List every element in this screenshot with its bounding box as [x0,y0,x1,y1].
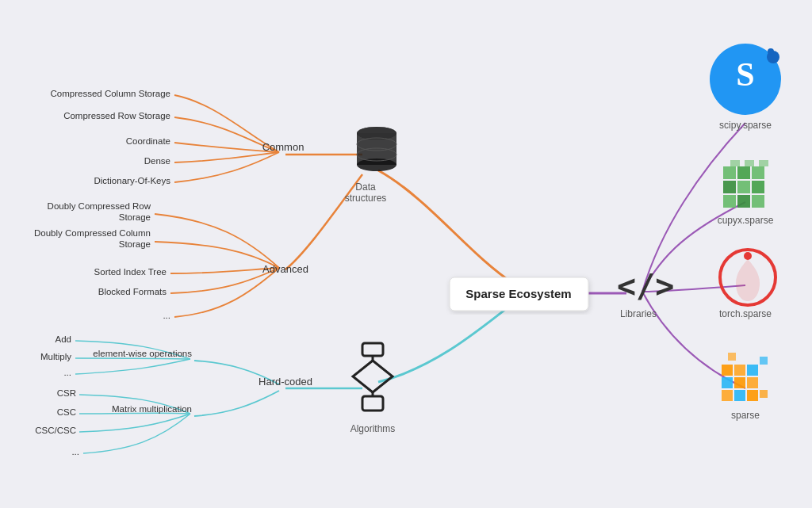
sparse-label: sparse [731,410,760,421]
svg-rect-26 [745,160,754,166]
item-crs: Compressed Row Storage [63,111,170,120]
svg-rect-36 [722,390,733,401]
item-coordinate: Coordinate [126,136,170,146]
svg-rect-37 [734,390,745,401]
svg-rect-31 [734,365,745,376]
item-multiply: Multiply [40,352,71,361]
item-csccsc: CSC/CSC [35,426,76,435]
svg-rect-25 [730,160,740,166]
torch-label: torch.sparse [719,308,772,319]
advanced-hub-label: Advanced [262,263,308,275]
svg-rect-30 [722,365,733,376]
matrix-mult-label: Matrix multiplication [112,404,192,414]
svg-text:</>: </> [617,268,674,304]
svg-rect-22 [723,195,736,208]
svg-rect-24 [752,195,764,208]
svg-rect-35 [747,377,758,388]
item-bf: Blocked Formats [98,287,167,296]
cupyx-logo [723,160,768,208]
svg-rect-33 [722,377,733,388]
svg-point-15 [768,48,774,55]
svg-rect-0 [0,0,812,508]
item-adv-etc: ... [163,311,170,320]
svg-rect-32 [747,365,758,376]
item-csr: CSR [57,388,76,398]
svg-rect-38 [747,390,758,401]
item-add: Add [56,334,71,344]
cupyx-label: cupyx.sparse [718,215,774,226]
item-sit: Sorted Index Tree [94,267,167,277]
svg-point-29 [744,252,752,260]
svg-rect-40 [760,390,768,398]
data-structures-label: Data [355,181,376,193]
scipy-label: scipy.sparse [719,120,772,131]
item-csc: CSC [57,407,76,417]
code-icon: </> [617,268,674,304]
svg-rect-18 [752,166,764,179]
center-node-label: Sparse Ecosystem [465,287,571,300]
svg-rect-20 [737,181,750,193]
svg-rect-16 [723,166,736,179]
svg-rect-34 [734,377,745,388]
data-structures-label2: structures [345,193,387,204]
algorithms-label: Algorithms [350,423,396,434]
svg-rect-21 [752,181,764,193]
element-wise-label: element-wise operations [93,349,192,358]
libraries-label: Libraries [620,308,657,319]
mindmap-diagram: Data structures Algorithms </> Libraries… [0,0,812,508]
item-mm-etc: ... [71,447,79,456]
item-dccs: Doubly Compressed Column [34,228,151,238]
item-dok: Dictionary-Of-Keys [94,176,171,185]
svg-rect-39 [760,357,768,365]
item-dccs2: Storage [119,239,151,249]
svg-rect-17 [737,166,750,179]
svg-text:S: S [736,56,754,93]
item-ew-etc: ... [63,368,71,377]
svg-rect-41 [728,353,736,361]
svg-rect-19 [723,181,736,193]
svg-rect-27 [759,160,768,166]
item-dcrs2: Storage [119,212,151,222]
svg-rect-23 [737,195,750,208]
item-dense: Dense [144,156,170,166]
item-dcrs: Doubly Compressed Row [48,201,151,211]
item-ccs: Compressed Column Storage [51,89,171,98]
database-icon [357,127,396,171]
svg-point-3 [357,159,396,171]
hardcoded-hub-label: Hard-coded [259,376,312,388]
common-hub-label: Common [262,141,304,153]
